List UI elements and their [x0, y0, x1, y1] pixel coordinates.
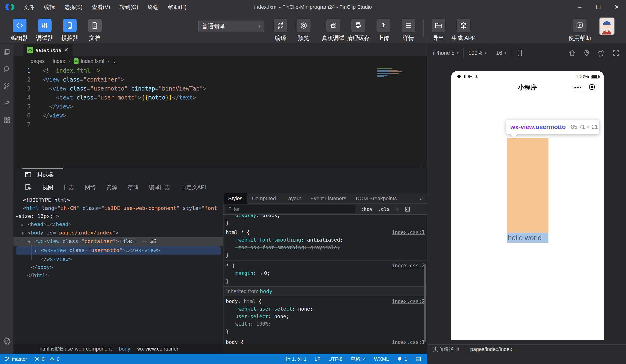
toolbar-button-list[interactable]: 详情: [396, 19, 421, 42]
dom-tree-row[interactable]: </body>: [13, 263, 223, 271]
preview-button[interactable]: 预览: [293, 19, 314, 42]
breadcrumb-item[interactable]: index: [53, 58, 65, 64]
dom-tree-row[interactable]: ▶<wx-view class="usermotto">…</wx-view>: [16, 246, 221, 255]
menu-查看V[interactable]: 查看(V): [87, 0, 115, 14]
toolbar-button-sliders[interactable]: 调试器: [32, 19, 57, 42]
dom-tree-row[interactable]: </html>: [13, 271, 223, 279]
minimap[interactable]: [377, 68, 403, 78]
activitybar-git-icon[interactable]: [0, 78, 13, 95]
more-actions-button[interactable]: ●●●: [574, 85, 582, 89]
compile-button[interactable]: 编译: [268, 19, 293, 42]
statusbar-item[interactable]: LF: [314, 356, 320, 362]
statusbar-item-layout-icon[interactable]: [415, 356, 422, 362]
css-source-link[interactable]: index.css:2: [392, 262, 425, 269]
sim-home-icon[interactable]: [568, 49, 576, 57]
debugger-header[interactable]: 调试器: [13, 168, 54, 181]
dom-tree-row[interactable]: ▶<head>…</head>: [13, 220, 223, 229]
css-rule[interactable]: index.css:1body {-webkit-text-size-adjus…: [224, 337, 427, 344]
menu-终端[interactable]: 终端: [143, 0, 163, 14]
toggle-classes[interactable]: .cls: [378, 206, 390, 212]
tab-close-icon[interactable]: ✕: [64, 47, 68, 53]
debugger-tab-编译日志[interactable]: 编译日志: [149, 184, 170, 191]
dom-tree-row[interactable]: ▼<body is="pages/index/index">: [13, 229, 223, 237]
statusbar-item-bell-icon[interactable]: 1: [397, 356, 407, 362]
css-source-link[interactable]: index.css:2: [392, 298, 425, 305]
compile-mode-dropdown[interactable]: 普通编译 ▾: [198, 21, 264, 32]
dom-crumb-3[interactable]: wx-view.container: [137, 346, 178, 352]
menu-文件[interactable]: 文件: [19, 0, 39, 14]
activitybar-search-icon[interactable]: [0, 61, 13, 78]
css-rule[interactable]: index.css:2body, html {-webkit-user-sele…: [224, 296, 427, 337]
page-path-value[interactable]: pages/index/index: [470, 346, 512, 352]
help-button[interactable]: 使用帮助: [567, 19, 592, 42]
css-rule[interactable]: display: block;}: [224, 215, 427, 227]
flex-badge[interactable]: flex: [120, 238, 136, 244]
css-rule[interactable]: index.css:1html * {-webkit-font-smoothin…: [224, 227, 427, 260]
maximize-button[interactable]: ☐: [589, 0, 608, 14]
dom-crumb-1[interactable]: html.isIDE.use-web-component: [39, 346, 112, 352]
breadcrumb-item[interactable]: ...: [112, 58, 117, 64]
sidebar-toggle-icon[interactable]: [404, 206, 411, 212]
menu-编辑[interactable]: 编辑: [39, 0, 60, 14]
styles-filter-input[interactable]: [226, 205, 355, 213]
styles-tab-styles[interactable]: Styles: [224, 193, 247, 204]
toolbar-button-doc[interactable]: 文档: [82, 19, 107, 42]
statusbar-item[interactable]: 行 1, 列 1: [285, 356, 307, 362]
motto-text[interactable]: hello world: [507, 233, 548, 243]
code-editor[interactable]: 1<!--index.ftml-->2<view class="containe…: [13, 66, 427, 168]
activitybar-files-icon[interactable]: [0, 44, 13, 61]
css-source-link[interactable]: index.css:1: [392, 229, 425, 236]
breadcrumb-item[interactable]: pages: [31, 58, 45, 64]
sim-control-1[interactable]: 100%▾: [468, 50, 486, 56]
minimize-button[interactable]: –: [571, 0, 589, 14]
device-frame-icon[interactable]: [516, 49, 524, 57]
dom-crumb-2[interactable]: body: [119, 346, 130, 352]
menu-选择S[interactable]: 选择(S): [60, 0, 87, 14]
sort-arrows-icon[interactable]: ⇅: [456, 347, 460, 352]
toggle-hover-state[interactable]: :hov: [361, 206, 373, 212]
dom-tree-row[interactable]: <html lang="zh-CN" class="isIDE use-web-…: [13, 204, 223, 212]
phone-preview[interactable]: IDE 100% 小程序 ●●● hello world wx-view.use…: [451, 71, 604, 340]
dom-tree-row[interactable]: ⋯▼<wx-view class="container">flex == $0: [13, 237, 223, 246]
sim-control-0[interactable]: iPhone 5▾: [433, 50, 459, 56]
toolbar-button-phone[interactable]: 模拟器: [57, 19, 82, 42]
styles-tab-event-listeners[interactable]: Event Listeners: [306, 193, 351, 204]
code-line-2[interactable]: 2<view class="container">: [13, 75, 427, 84]
debugger-tab-日志[interactable]: 日志: [64, 184, 75, 191]
inherited-from-link[interactable]: body: [260, 288, 273, 294]
statusbar-item[interactable]: WXML: [374, 356, 389, 362]
dom-tree-row[interactable]: <!DOCTYPE html>: [13, 196, 223, 204]
sim-rotate-icon[interactable]: [598, 49, 605, 57]
toolbar-button-folder[interactable]: 导出: [426, 19, 451, 42]
styles-tab-dom-breakpoints[interactable]: DOM Breakpoints: [351, 193, 402, 204]
toolbar-button-upload[interactable]: 上传: [371, 19, 396, 42]
dom-tree-row[interactable]: -size: 16px;">: [13, 212, 223, 220]
debugger-tab-网络[interactable]: 网络: [85, 184, 96, 191]
debugger-tab-存储[interactable]: 存储: [127, 184, 138, 191]
activitybar-debug-icon[interactable]: [0, 95, 13, 112]
menu-帮助H[interactable]: 帮助(H): [163, 0, 191, 14]
new-style-rule-button[interactable]: +: [395, 207, 399, 212]
debugger-tab-自定义API[interactable]: 自定义API: [181, 184, 206, 191]
menu-转到G[interactable]: 转到(G): [115, 0, 143, 14]
css-source-link[interactable]: index.css:1: [392, 338, 425, 344]
statusbar-item[interactable]: 空格: 4: [351, 356, 366, 362]
styles-tab-computed[interactable]: Computed: [247, 193, 281, 204]
code-line-6[interactable]: 6</view>: [13, 111, 427, 120]
toolbar-button-brush[interactable]: 清理缓存: [346, 19, 371, 42]
user-avatar[interactable]: [599, 17, 615, 35]
debugger-tab-视图[interactable]: 视图: [42, 184, 53, 191]
code-line-3[interactable]: 3 <view class="usermotto" bindtap="bindV…: [13, 84, 427, 93]
toolbar-button-cube[interactable]: 生成 APP: [451, 19, 476, 42]
tab-index-fxml[interactable]: <> index.fxml ✕: [23, 44, 73, 56]
debugger-tab-资源[interactable]: 资源: [106, 184, 117, 191]
dom-tree-row[interactable]: </wx-view>: [13, 255, 223, 263]
toolbar-button-code[interactable]: 编辑器: [7, 19, 32, 42]
toolbar-button-bug[interactable]: 真机调试: [321, 19, 346, 42]
git-branch-indicator[interactable]: master: [4, 356, 27, 362]
sim-scan-icon[interactable]: [612, 49, 620, 57]
css-rule[interactable]: index.css:2* {margin: ▶0;}: [224, 260, 427, 287]
code-line-1[interactable]: 1<!--index.ftml-->: [13, 66, 427, 75]
inspect-element-icon[interactable]: [24, 183, 32, 191]
code-line-5[interactable]: 5 </view>: [13, 102, 427, 111]
